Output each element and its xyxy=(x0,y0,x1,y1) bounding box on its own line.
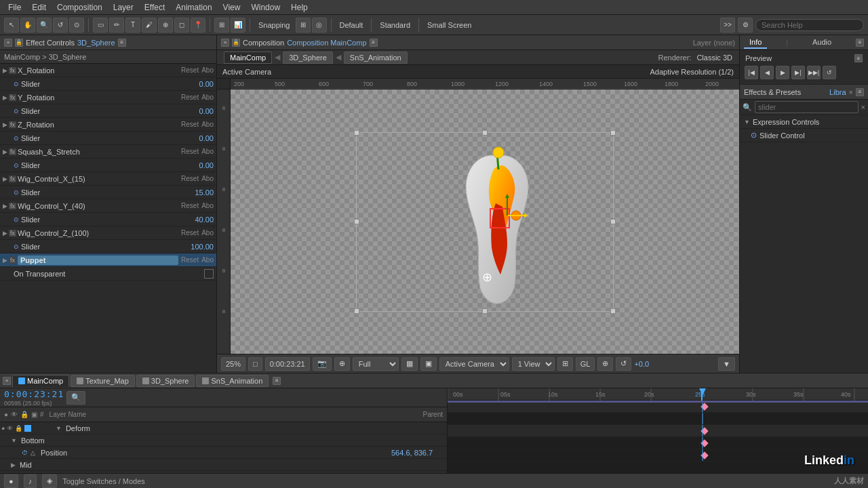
bottom-tab-maincomp[interactable]: MainComp xyxy=(12,375,69,387)
preview-first-btn[interactable]: |◀ xyxy=(745,66,758,79)
preview-prev-btn[interactable]: ◀ xyxy=(760,66,774,79)
ep-menu-btn[interactable]: ≡ xyxy=(856,88,864,96)
reset-wig-x[interactable]: Reset xyxy=(181,175,199,182)
reset-z-rotation[interactable]: Reset xyxy=(181,121,199,128)
abo-wig-x[interactable]: Abo xyxy=(201,175,214,182)
deform-solo[interactable]: ● xyxy=(1,425,5,432)
expand-z-rotation[interactable]: ▶ xyxy=(3,121,7,128)
menu-edit[interactable]: Edit xyxy=(26,1,52,14)
stopwatch-icon[interactable]: ⏱ xyxy=(22,449,28,456)
close-ep-btn[interactable]: × xyxy=(849,88,853,96)
close-comp-panel-btn[interactable]: × xyxy=(221,39,229,47)
expand-x-rotation[interactable]: ▶ xyxy=(3,67,7,74)
menu-composition[interactable]: Composition xyxy=(52,1,108,14)
timecode-display[interactable]: 0:00:23:21 xyxy=(265,357,310,371)
abo-squash[interactable]: Abo xyxy=(201,148,214,155)
wig-y-slider-value[interactable]: 40.00 xyxy=(183,216,214,224)
preview-menu-btn[interactable]: ≡ xyxy=(854,54,863,62)
puppet-pin-btn[interactable]: 📍 xyxy=(191,18,205,33)
orbit-tool-btn[interactable]: ⊙ xyxy=(69,18,84,33)
view-select[interactable]: 1 View xyxy=(512,357,555,371)
wig-x-slider-value[interactable]: 15.00 xyxy=(183,188,214,197)
text-tool-btn[interactable]: T xyxy=(125,18,140,33)
abo-z-rotation[interactable]: Abo xyxy=(201,121,214,128)
camera-select[interactable]: Active Camera xyxy=(439,357,509,371)
view-options-btn[interactable]: ⊞ xyxy=(557,357,573,371)
pixel-aspect-btn[interactable]: ▣ xyxy=(420,357,437,371)
motion-blur-btn[interactable]: ◎ xyxy=(312,18,327,33)
audio-tab[interactable]: Audio xyxy=(807,37,837,49)
rectangle-tool-btn[interactable]: ▭ xyxy=(93,18,108,33)
layout-label[interactable]: Standard xyxy=(376,21,414,29)
snapshot-btn[interactable]: 📷 xyxy=(313,357,332,371)
eraser-tool-btn[interactable]: ◻ xyxy=(174,18,189,33)
deform-eye[interactable]: 👁 xyxy=(7,425,13,432)
menu-effect[interactable]: Effect xyxy=(139,1,170,14)
reset-view-btn[interactable]: ↺ xyxy=(616,357,631,371)
work-area-bar[interactable] xyxy=(448,401,868,403)
workspace-label[interactable]: Default xyxy=(336,21,368,29)
wig-z-slider-value[interactable]: 100.00 xyxy=(183,243,214,251)
abo-x-rotation[interactable]: Abo xyxy=(201,66,214,74)
menu-window[interactable]: Window xyxy=(245,1,285,14)
close-bottom-panel-btn[interactable]: × xyxy=(3,377,11,385)
transparency-btn[interactable]: ▦ xyxy=(401,357,418,371)
3d-grid-btn[interactable]: ⊕ xyxy=(597,357,613,371)
snapping-label[interactable]: Snapping xyxy=(254,21,294,29)
align-tool-btn[interactable]: ⊞ xyxy=(214,18,229,33)
close-panel-btn[interactable]: × xyxy=(4,39,12,47)
ep-clear-search-btn[interactable]: × xyxy=(861,103,865,111)
menu-animation[interactable]: Animation xyxy=(170,1,217,14)
y-slider-value[interactable]: 0.00 xyxy=(183,107,214,115)
bottom-tab-texture[interactable]: Texture_Map xyxy=(71,375,135,387)
toggle-switches-label[interactable]: Toggle Switches / Modes xyxy=(62,477,145,485)
reset-wig-y[interactable]: Reset xyxy=(181,202,199,209)
comp-tab-maincomp[interactable]: MainComp xyxy=(224,52,272,64)
preview-last-btn[interactable]: ▶▶| xyxy=(807,66,821,79)
show-channel-btn[interactable]: ⊕ xyxy=(334,357,350,371)
expand-wig-x[interactable]: ▶ xyxy=(3,176,7,182)
position-value[interactable]: 564.6, 836.7 xyxy=(391,449,446,457)
clone-tool-btn[interactable]: ⊕ xyxy=(158,18,173,33)
pen-tool-btn[interactable]: ✏ xyxy=(109,18,124,33)
abo-y-rotation[interactable]: Abo xyxy=(201,94,214,101)
menu-view[interactable]: View xyxy=(218,1,246,14)
snapping-btn[interactable]: ⊞ xyxy=(296,18,311,33)
zoom-level-btn[interactable]: 25% xyxy=(221,357,245,371)
menu-file[interactable]: File xyxy=(3,1,26,14)
z-slider-value[interactable]: 0.00 xyxy=(183,134,214,142)
comp-tab-3dsphere[interactable]: 3D_Sphere xyxy=(283,52,333,64)
search-help-input[interactable] xyxy=(755,19,864,31)
arrow-tool-btn[interactable]: ↖ xyxy=(4,18,19,33)
quality-select[interactable]: Full Half Quarter xyxy=(353,357,399,371)
bottom-tab-3dsphere[interactable]: 3D_Sphere xyxy=(136,375,195,387)
settings-btn[interactable]: ⚙ xyxy=(738,18,753,33)
abo-wig-z[interactable]: Abo xyxy=(201,229,214,237)
graph-tool-btn[interactable]: 📊 xyxy=(231,18,245,33)
draft-btn[interactable]: ◈ xyxy=(42,474,57,488)
menu-layer[interactable]: Layer xyxy=(108,1,139,14)
expand-y-rotation[interactable]: ▶ xyxy=(3,94,7,101)
expand-squash[interactable]: ▶ xyxy=(3,148,7,155)
brush-tool-btn[interactable]: 🖌 xyxy=(142,18,157,33)
bottom-tab-sns[interactable]: SnS_Animation xyxy=(196,375,269,387)
expand-bottom-btn[interactable]: ▼ xyxy=(718,357,735,371)
expand-puppet[interactable]: ▶ xyxy=(3,257,7,264)
expand-wig-z[interactable]: ▶ xyxy=(3,230,7,237)
preview-play-btn[interactable]: ▶ xyxy=(776,66,789,79)
sq-slider-value[interactable]: 0.00 xyxy=(183,161,214,169)
preview-next-btn[interactable]: ▶| xyxy=(791,66,805,79)
expand-workspace-btn[interactable]: >> xyxy=(720,18,735,33)
bottom-panel-menu-btn[interactable]: ≡ xyxy=(273,377,281,385)
expand-wig-y[interactable]: ▶ xyxy=(3,203,7,209)
reset-x-rotation[interactable]: Reset xyxy=(181,66,199,74)
hand-tool-btn[interactable]: ✋ xyxy=(20,18,35,33)
timecode-display[interactable]: 0:00:23:21 xyxy=(4,389,64,399)
comp-tab-sns[interactable]: SnS_Animation xyxy=(344,52,408,64)
lock-panel-btn[interactable]: 🔒 xyxy=(15,39,23,47)
panel-menu-btn[interactable]: ≡ xyxy=(118,39,126,47)
gl-btn[interactable]: GL xyxy=(576,357,595,371)
reset-y-rotation[interactable]: Reset xyxy=(181,94,199,101)
reset-squash[interactable]: Reset xyxy=(181,148,199,155)
ep-slider-control-item[interactable]: ⊙ Slider Control xyxy=(740,129,868,142)
